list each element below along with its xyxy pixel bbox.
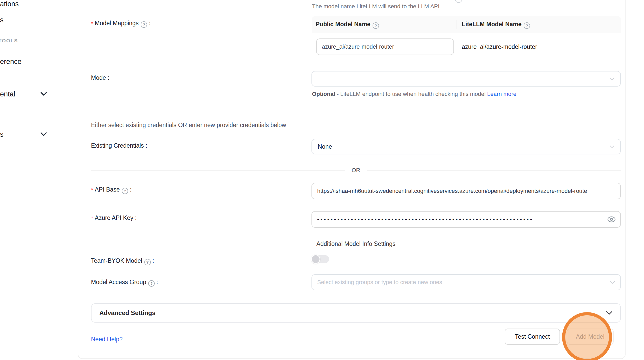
mode-help-text: Optional - LiteLLM endpoint to use when … bbox=[312, 89, 525, 99]
chevron-down-icon bbox=[609, 77, 615, 80]
help-icon[interactable]: ? bbox=[148, 280, 155, 287]
existing-credentials-value: None bbox=[318, 143, 332, 150]
col-public-model-name: Public Model Name bbox=[316, 21, 370, 28]
public-model-name-input[interactable] bbox=[316, 38, 454, 55]
col-litellm-model-name: LiteLLM Model Name bbox=[462, 21, 522, 28]
chevron-down-icon bbox=[610, 281, 615, 284]
required-asterisk: * bbox=[91, 20, 93, 27]
help-icon[interactable]: ? bbox=[122, 188, 128, 194]
table-row: azure_ai/azure-model-router bbox=[312, 33, 621, 61]
model-mappings-label: *Model Mappings? bbox=[91, 20, 151, 28]
credentials-note: Either select existing credentials OR en… bbox=[91, 122, 286, 129]
required-asterisk: * bbox=[91, 215, 93, 221]
api-base-label: *API Base? bbox=[91, 186, 132, 194]
help-icon[interactable]: ? bbox=[524, 22, 530, 29]
required-asterisk: * bbox=[91, 187, 93, 193]
advanced-settings-title: Advanced Settings bbox=[99, 309, 155, 317]
help-icon[interactable]: ? bbox=[144, 259, 151, 265]
api-base-input[interactable] bbox=[311, 183, 621, 199]
or-divider: OR bbox=[91, 167, 621, 174]
help-icon[interactable]: ? bbox=[373, 22, 379, 29]
sidebar-item-ations[interactable]: ations bbox=[0, 0, 19, 8]
sidebar-item-s[interactable]: s bbox=[0, 16, 4, 24]
add-model-button[interactable]: Add Model bbox=[567, 329, 614, 345]
model-access-group-input[interactable] bbox=[311, 274, 621, 290]
chevron-down-icon[interactable] bbox=[41, 92, 47, 96]
model-access-group-label: Model Access Group? bbox=[91, 279, 158, 287]
existing-credentials-label: Existing Credentials bbox=[91, 142, 147, 149]
existing-credentials-select[interactable]: None bbox=[311, 139, 621, 154]
table-header: Public Model Name? LiteLLM Model Name? bbox=[312, 16, 621, 33]
need-help-link[interactable]: Need Help? bbox=[91, 336, 122, 343]
additional-settings-divider: Additional Model Info Settings bbox=[91, 240, 621, 247]
azure-api-key-label: *Azure API Key bbox=[91, 214, 137, 222]
help-icon[interactable]: ? bbox=[141, 21, 147, 28]
sidebar-item-s2[interactable]: s bbox=[0, 130, 4, 139]
team-byok-label: Team-BYOK Model? bbox=[91, 257, 154, 265]
sidebar-item-ental[interactable]: ental bbox=[0, 90, 15, 98]
model-name-hint: The model name LiteLLM will send to the … bbox=[312, 3, 439, 10]
model-mappings-table: Public Model Name? LiteLLM Model Name? a… bbox=[312, 16, 621, 61]
litellm-model-name-value: azure_ai/azure-model-router bbox=[462, 43, 537, 50]
chevron-down-icon bbox=[606, 311, 613, 315]
sidebar-section-tools: TOOLS bbox=[0, 38, 18, 44]
chevron-down-icon bbox=[609, 145, 615, 148]
test-connect-button[interactable]: Test Connect bbox=[505, 329, 560, 345]
eye-icon[interactable] bbox=[607, 216, 616, 222]
azure-api-key-input[interactable] bbox=[311, 211, 621, 228]
advanced-settings-panel[interactable]: Advanced Settings bbox=[91, 303, 621, 323]
toggle-knob bbox=[311, 254, 320, 264]
learn-more-link[interactable]: Learn more bbox=[487, 91, 517, 97]
mode-label: Mode bbox=[91, 74, 109, 81]
chevron-down-icon[interactable] bbox=[41, 132, 47, 136]
mode-select[interactable] bbox=[311, 71, 621, 87]
team-byok-toggle[interactable] bbox=[311, 255, 329, 263]
column-divider bbox=[457, 20, 457, 29]
sidebar-item-erence[interactable]: erence bbox=[0, 58, 22, 66]
